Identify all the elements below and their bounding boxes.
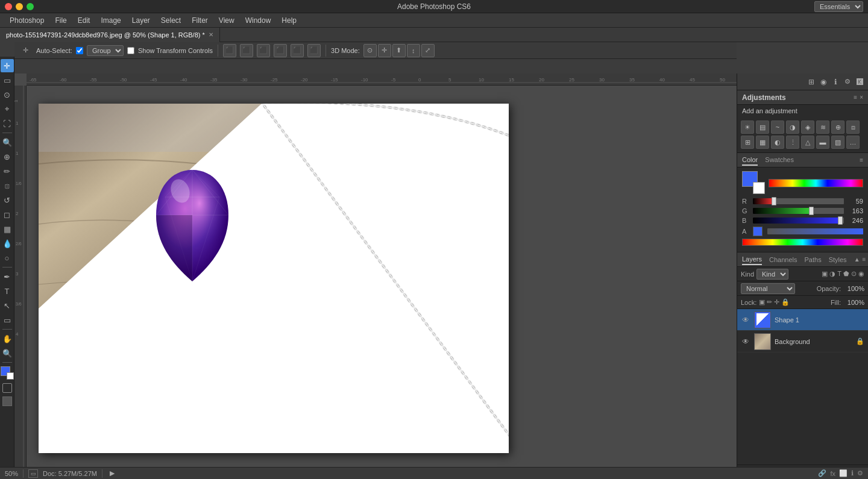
align-center-btn[interactable]: ⬛ <box>291 44 304 57</box>
panel-eye-icon[interactable]: ◉ <box>819 77 828 87</box>
layers-tab[interactable]: Layers <box>742 254 762 265</box>
align-bottom-btn[interactable]: ⬛ <box>257 44 270 57</box>
heal-tool[interactable]: ⊕ <box>1 150 14 163</box>
curves-btn[interactable]: ~ <box>771 121 784 134</box>
layer-visibility-eye-bg[interactable]: 👁 <box>741 337 750 346</box>
3d-orbit-btn[interactable]: ⊙ <box>363 44 377 57</box>
color-tab[interactable]: Color <box>742 155 758 166</box>
align-right-btn[interactable]: ⬛ <box>307 44 321 57</box>
canvas-icon[interactable]: ▭ <box>28 469 38 478</box>
swatches-tab[interactable]: Swatches <box>765 155 794 166</box>
background-swatch[interactable] <box>753 182 765 194</box>
photo-filter-btn[interactable]: ⧈ <box>846 121 860 134</box>
g-slider-thumb[interactable] <box>809 207 814 215</box>
color-spectrum-bottom[interactable] <box>742 239 863 246</box>
menu-view[interactable]: View <box>214 15 239 26</box>
3d-slide-btn[interactable]: ↕ <box>407 44 420 57</box>
canvas-area[interactable]: -65 -60 -55 -50 -45 -40 -35 -30 -25 -20 … <box>14 74 737 479</box>
menu-edit[interactable]: Edit <box>73 15 95 26</box>
collapse-icon[interactable]: × <box>860 94 863 101</box>
background-color[interactable] <box>7 372 14 380</box>
brush-tool[interactable]: ✏ <box>1 164 14 178</box>
filter-type-icon[interactable]: T <box>837 270 841 278</box>
menu-filter[interactable]: Filter <box>187 15 213 26</box>
type-tool[interactable]: T <box>1 284 14 298</box>
collapse-icon[interactable]: ▲ <box>854 256 860 263</box>
next-btn[interactable]: ▶ <box>107 469 117 478</box>
quick-mask-btn[interactable] <box>2 383 12 393</box>
fill-value[interactable]: 100% <box>843 299 864 306</box>
minimize-button[interactable] <box>16 3 23 10</box>
align-top-btn[interactable]: ⬛ <box>223 44 236 57</box>
align-left-btn[interactable]: ⬛ <box>274 44 287 57</box>
color-balance-btn[interactable]: ⊕ <box>831 121 844 134</box>
r-slider-track[interactable] <box>753 198 844 204</box>
quick-select-tool[interactable]: ⌖ <box>1 102 14 116</box>
channels-tab[interactable]: Channels <box>769 255 797 265</box>
stamp-tool[interactable]: ⎅ <box>1 179 14 192</box>
show-transform-checkbox[interactable] <box>127 47 134 54</box>
close-button[interactable] <box>5 3 12 10</box>
document-tab[interactable]: photo-1551947391-249dcb8ed976.jpeg @ 50%… <box>0 28 220 42</box>
paths-tab[interactable]: Paths <box>805 255 822 265</box>
filter-toggle-icon[interactable]: ◉ <box>858 270 864 278</box>
layer-background[interactable]: 👁 Background 🔒 <box>737 331 868 352</box>
blur-tool[interactable]: 💧 <box>1 237 14 250</box>
eraser-tool[interactable]: ◻ <box>1 208 14 221</box>
more-btn[interactable]: … <box>846 136 860 149</box>
layer-shape1[interactable]: 👁 Shape 1 <box>737 309 868 331</box>
filter-sm-icon[interactable]: ⊙ <box>851 270 857 278</box>
document-canvas[interactable] <box>39 104 509 453</box>
move-tool[interactable]: ✛ <box>1 59 14 72</box>
a-slider-track[interactable] <box>767 228 863 234</box>
menu-window[interactable]: Window <box>241 15 276 26</box>
lock-all-icon[interactable]: 🔒 <box>781 298 790 306</box>
lock-paint-icon[interactable]: ✏ <box>767 298 772 306</box>
menu-file[interactable]: File <box>50 15 71 26</box>
panel-ku-icon[interactable]: 🅺 <box>855 77 864 87</box>
3d-scale-btn[interactable]: ⤢ <box>421 44 435 57</box>
invert-btn[interactable]: ◐ <box>771 136 784 149</box>
exposure-btn[interactable]: ◑ <box>786 121 799 134</box>
3d-pan-btn[interactable]: ✛ <box>378 44 391 57</box>
expand-icon[interactable]: ≡ <box>863 256 866 263</box>
b-slider-thumb[interactable] <box>838 216 843 225</box>
menu-help[interactable]: Help <box>277 15 301 26</box>
b-slider-track[interactable] <box>753 218 844 224</box>
maximize-button[interactable] <box>27 3 34 10</box>
menu-select[interactable]: Select <box>156 15 186 26</box>
eyedropper-tool[interactable]: 🔍 <box>1 136 14 149</box>
blend-mode-dropdown[interactable]: Normal Multiply Screen Overlay <box>741 283 795 294</box>
g-slider-track[interactable] <box>753 208 844 214</box>
color-menu-icon[interactable]: ≡ <box>860 157 863 163</box>
path-select-tool[interactable]: ↖ <box>1 299 14 312</box>
filter-adj-icon[interactable]: ◑ <box>829 270 835 278</box>
filter-shape-icon[interactable]: ⬟ <box>843 270 849 278</box>
shape-tool[interactable]: ▭ <box>1 313 14 327</box>
essentials-dropdown[interactable]: Essentials <box>814 1 863 12</box>
filter-pixel-icon[interactable]: ▣ <box>822 270 828 278</box>
align-vertical-btn[interactable]: ⬛ <box>240 44 253 57</box>
panel-info-icon[interactable]: ℹ <box>831 77 840 87</box>
expand-icon[interactable]: ≡ <box>854 94 857 101</box>
menu-layer[interactable]: Layer <box>127 15 155 26</box>
gradient-map-btn[interactable]: ▬ <box>816 136 829 149</box>
styles-tab[interactable]: Styles <box>829 255 847 265</box>
layer-visibility-eye[interactable]: 👁 <box>741 315 750 325</box>
auto-select-dropdown[interactable]: Group Layer <box>87 45 124 56</box>
filter-dropdown[interactable]: Kind <box>756 269 788 280</box>
posterize-btn[interactable]: ⋮ <box>786 136 799 149</box>
opacity-value[interactable]: 100% <box>843 285 864 292</box>
color-lookup-btn[interactable]: ▦ <box>756 136 769 149</box>
lock-move-icon[interactable]: ✛ <box>774 298 779 306</box>
zoom-tool[interactable]: 🔍 <box>1 346 14 360</box>
dodge-tool[interactable]: ○ <box>1 251 14 265</box>
tab-close-icon[interactable]: ✕ <box>209 31 213 38</box>
lock-transp-icon[interactable]: ▣ <box>759 298 765 306</box>
vibrance-btn[interactable]: ◈ <box>801 121 814 134</box>
3d-walk-btn[interactable]: ⬆ <box>392 44 406 57</box>
menu-image[interactable]: Image <box>96 15 125 26</box>
gradient-tool[interactable]: ▦ <box>1 222 14 236</box>
levels-btn[interactable]: ▤ <box>756 121 769 134</box>
crop-tool[interactable]: ⛶ <box>1 117 14 130</box>
